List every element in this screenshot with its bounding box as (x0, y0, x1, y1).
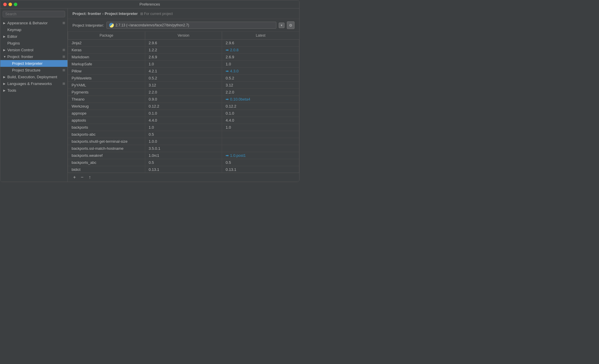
table-row[interactable]: Pillow4.2.1➡4.3.0 (68, 68, 299, 75)
package-latest (222, 138, 299, 145)
table-row[interactable]: backports.ssl-match-hostname3.5.0.1 (68, 145, 299, 152)
sidebar: ▶Appearance & Behavior⊞Keymap▶EditorPlug… (0, 8, 68, 182)
package-version: 0.13.1 (145, 166, 222, 173)
remove-package-button[interactable]: − (79, 174, 85, 181)
package-latest: 0.5.2 (222, 75, 299, 82)
package-latest (222, 145, 299, 152)
table-footer: + − ↑ (68, 173, 299, 182)
arrow-icon: ▶ (3, 75, 7, 79)
package-latest: 1.0 (222, 124, 299, 131)
upgrade-package-button[interactable]: ↑ (87, 174, 93, 181)
content-area: ▶Appearance & Behavior⊞Keymap▶EditorPlug… (0, 8, 299, 182)
table-row[interactable]: Markdown2.6.92.6.9 (68, 54, 299, 61)
table-row[interactable]: Pygments2.2.02.2.0 (68, 89, 299, 96)
table-row[interactable]: bidict0.13.10.13.1 (68, 166, 299, 173)
package-name: Pillow (68, 68, 145, 75)
package-latest: ➡0.10.0beta4 (222, 96, 299, 103)
package-latest: ➡1.0.post1 (222, 152, 299, 159)
package-version: 3.5.0.1 (145, 145, 222, 152)
sidebar-item-project-frontier[interactable]: ▼Project: frontier⊞ (0, 53, 67, 60)
sidebar-item-editor[interactable]: ▶Editor (0, 33, 67, 40)
maximize-button[interactable] (14, 3, 17, 6)
package-name: Werkzeug (68, 103, 145, 110)
update-arrow-icon: ➡ (226, 153, 229, 158)
sidebar-item-keymap[interactable]: Keymap (0, 26, 67, 33)
col-latest: Latest (222, 32, 299, 40)
package-name: backports (68, 124, 145, 131)
breadcrumb-separator: › (102, 11, 104, 16)
page-icon: ⊞ (62, 21, 65, 25)
add-package-button[interactable]: + (71, 174, 78, 181)
search-input[interactable] (3, 11, 65, 17)
col-package: Package (68, 32, 145, 40)
update-arrow-icon: ➡ (226, 69, 229, 73)
package-name: backports.ssl-match-hostname (68, 145, 145, 152)
table-row[interactable]: backports.weakref1.0rc1➡1.0.post1 (68, 152, 299, 159)
sidebar-item-project-interpreter[interactable]: Project Interpreter (0, 60, 67, 67)
sidebar-item-plugins[interactable]: Plugins (0, 40, 67, 47)
package-name: PyWavelets (68, 75, 145, 82)
dropdown-arrow-icon: ▾ (281, 23, 282, 27)
table-row[interactable]: Keras1.2.2➡2.0.8 (68, 47, 299, 54)
package-name: appnope (68, 110, 145, 117)
package-version: 0.12.2 (145, 103, 222, 110)
sidebar-item-label: Appearance & Behavior (7, 21, 61, 25)
table-row[interactable]: backports_abc0.50.5 (68, 159, 299, 166)
package-name: apptools (68, 117, 145, 124)
sidebar-item-languages[interactable]: ▶Languages & Frameworks⊞ (0, 80, 67, 87)
close-button[interactable] (3, 3, 7, 6)
table-row[interactable]: Theano0.9.0➡0.10.0beta4 (68, 96, 299, 103)
table-row[interactable]: PyWavelets0.5.20.5.2 (68, 75, 299, 82)
sidebar-item-label: Project: frontier (7, 55, 61, 59)
package-version: 0.1.0 (145, 110, 222, 117)
package-version: 1.0.0 (145, 138, 222, 145)
sidebar-item-project-structure[interactable]: Project Structure⊞ (0, 67, 67, 74)
package-latest: 0.13.1 (222, 166, 299, 173)
package-version: 4.4.0 (145, 117, 222, 124)
breadcrumb-page: Project Interpreter (105, 11, 138, 16)
main-panel: Project: frontier › Project Interpreter … (68, 8, 299, 182)
sidebar-item-tools[interactable]: ▶Tools (0, 87, 67, 94)
minimize-button[interactable] (9, 3, 12, 6)
sidebar-item-label: Languages & Frameworks (7, 81, 61, 86)
table-row[interactable]: Jinja22.9.62.9.6 (68, 40, 299, 47)
sidebar-item-version-control[interactable]: ▶Version Control⊞ (0, 47, 67, 53)
sidebar-item-appearance[interactable]: ▶Appearance & Behavior⊞ (0, 20, 67, 26)
table-row[interactable]: PyYAML3.123.12 (68, 82, 299, 89)
table-row[interactable]: Werkzeug0.12.20.12.2 (68, 103, 299, 110)
python-icon (109, 23, 114, 28)
arrow-icon: ▶ (3, 35, 7, 38)
package-version: 4.2.1 (145, 68, 222, 75)
package-name: bidict (68, 166, 145, 173)
package-name: backports.shutil-get-terminal-size (68, 138, 145, 145)
package-version: 0.5.2 (145, 75, 222, 82)
arrow-icon: ▶ (3, 89, 7, 92)
package-version: 3.12 (145, 82, 222, 89)
update-arrow-icon: ➡ (226, 97, 229, 101)
interpreter-settings-button[interactable]: ⚙ (287, 21, 295, 29)
breadcrumb: Project: frontier › Project Interpreter … (68, 8, 299, 19)
preferences-window: Preferences ▶Appearance & Behavior⊞Keyma… (0, 0, 300, 182)
package-version: 2.9.6 (145, 40, 222, 47)
interpreter-select-box[interactable]: 2.7.13 (~/anaconda/envs/face27/bin/pytho… (106, 22, 276, 29)
window-controls (3, 3, 17, 6)
sidebar-item-label: Version Control (7, 48, 61, 52)
table-row[interactable]: backports1.01.0 (68, 124, 299, 131)
page-icon: ⊞ (62, 68, 65, 72)
table-row[interactable]: apptools4.4.04.4.0 (68, 117, 299, 124)
table-row[interactable]: backports-abc0.5 (68, 131, 299, 138)
package-latest: 0.12.2 (222, 103, 299, 110)
arrow-icon: ▶ (3, 21, 7, 25)
package-version: 1.2.2 (145, 47, 222, 54)
sidebar-item-build[interactable]: ▶Build, Execution, Deployment (0, 74, 67, 80)
interpreter-dropdown-button[interactable]: ▾ (279, 23, 285, 28)
package-name: Keras (68, 47, 145, 54)
table-row[interactable]: appnope0.1.00.1.0 (68, 110, 299, 117)
settings-icon: ⚙ (289, 23, 292, 28)
table-row[interactable]: backports.shutil-get-terminal-size1.0.0 (68, 138, 299, 145)
table-row[interactable]: MarkupSafe1.01.0 (68, 61, 299, 68)
package-latest: 2.9.6 (222, 40, 299, 47)
sidebar-item-label: Editor (7, 34, 65, 39)
packages-table: Package Version Latest Jinja22.9.62.9.6K… (68, 32, 299, 173)
arrow-icon: ▶ (3, 48, 7, 52)
